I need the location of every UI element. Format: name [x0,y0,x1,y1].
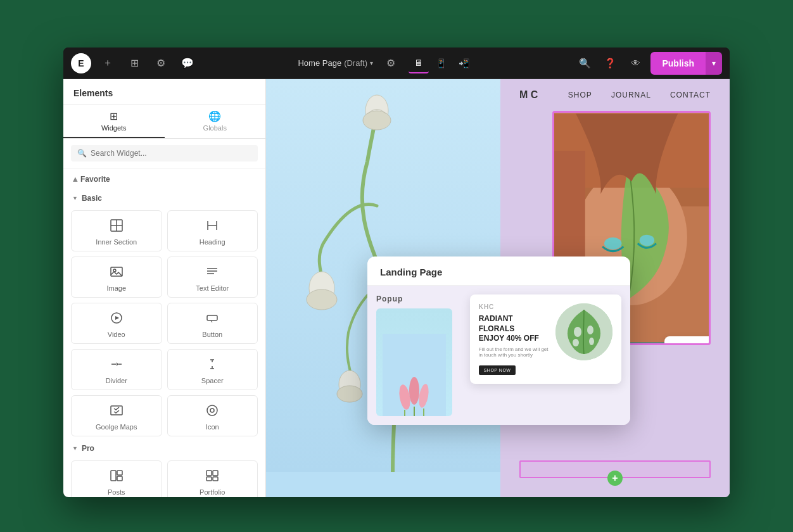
icon-widget-icon [205,403,219,419]
publish-button[interactable]: Publish [650,52,706,75]
popup-card: Popup [367,286,461,425]
section-basic[interactable]: ▼ Basic [63,187,265,206]
search-input[interactable] [91,149,251,158]
sliders-icon: ⚙ [156,57,165,69]
popup-card-title: Popup [376,294,452,303]
widget-text-editor[interactable]: Text Editor [167,256,258,298]
publish-dropdown-btn[interactable]: ▾ [706,52,722,75]
button-icon [205,311,219,327]
nav-contact[interactable]: CONTACT [670,91,711,99]
tablet-device-btn[interactable]: 📱 [431,53,452,73]
pro-widget-grid: Posts Portfolio [63,457,265,497]
widget-inner-section[interactable]: Inner Section [71,210,162,251]
svg-point-46 [409,377,419,405]
button-label: Button [202,331,222,338]
basic-label: Basic [82,194,102,203]
portfolio-label: Portfolio [200,488,225,496]
svg-rect-22 [117,471,122,475]
outer-background: E ＋ ⊞ ⚙ 💬 Home Page (Draft) ▾ [0,0,793,532]
section-pro[interactable]: ▼ Pro [63,440,265,457]
image-tooltip-icon [683,343,696,345]
shop-now-button[interactable]: SHOP NOW [479,365,516,375]
svg-point-19 [207,405,217,415]
svg-point-53 [587,326,593,334]
promo-title: RADIANT FLORALSENJOY 40% OFF [479,314,549,344]
mobile-device-btn[interactable]: 📲 [454,53,474,73]
section-favorite[interactable]: ▶ Favorite [63,168,265,187]
pro-arrow-icon: ▼ [72,445,78,452]
top-bar: E ＋ ⊞ ⚙ 💬 Home Page (Draft) ▾ [63,48,730,79]
divider-icon [110,357,124,373]
svg-rect-18 [111,406,122,415]
layers-icon: ⊞ [130,57,139,69]
svg-point-40 [604,238,621,250]
posts-label: Posts [108,488,125,496]
layers-icon-btn[interactable]: ⊞ [124,53,144,73]
sidebar-tabs: ⊞ Widgets 🌐 Globals [63,105,265,139]
add-icon: ＋ [103,56,113,70]
widget-divider[interactable]: Divider [71,349,162,390]
svg-rect-10 [207,315,217,320]
favorite-label: Favorite [80,175,110,184]
sidebar-search-area: 🔍 [63,139,265,168]
inner-section-icon [110,218,124,234]
svg-marker-12 [117,362,118,366]
chat-btn[interactable]: 💬 [177,53,198,73]
widget-spacer[interactable]: Spacer [167,349,258,390]
svg-point-41 [640,235,654,246]
settings-panel-btn[interactable]: ⚙ [151,53,171,73]
svg-point-32 [307,289,337,310]
tab-globals[interactable]: 🌐 Globals [165,105,266,138]
google-maps-icon [110,403,124,419]
add-element-btn[interactable]: + [607,471,623,486]
chat-icon: 💬 [181,57,194,69]
widget-google-maps[interactable]: Goolge Maps [71,395,162,436]
tablet-icon: 📱 [436,58,447,68]
widgets-tab-label: Widgets [101,124,127,132]
svg-rect-21 [111,471,116,481]
svg-point-30 [363,111,391,130]
editor-window: E ＋ ⊞ ⚙ 💬 Home Page (Draft) ▾ [63,48,730,497]
spacer-icon [205,357,219,373]
tab-widgets[interactable]: ⊞ Widgets [63,105,165,138]
preview-nav: M C SHOP JOURNAL CONTACT [500,79,730,111]
widget-posts[interactable]: Posts [71,460,162,497]
heading-icon [205,218,219,234]
preview-btn[interactable]: 👁 [625,53,645,73]
elementor-logo[interactable]: E [71,53,91,73]
widget-video[interactable]: Video [71,303,162,344]
search-btn[interactable]: 🔍 [574,53,595,73]
widget-image[interactable]: Image [71,256,162,298]
nav-journal[interactable]: JOURNAL [611,91,651,99]
svg-rect-24 [206,471,212,476]
svg-point-54 [573,339,579,346]
page-name: Home Page [298,58,341,68]
nav-shop[interactable]: SHOP [568,91,592,99]
posts-icon [110,469,124,484]
add-button[interactable]: ＋ [98,53,118,73]
mobile-icon: 📲 [459,58,469,68]
device-switcher: 🖥 📱 📲 [409,53,474,73]
divider-label: Divider [106,377,127,384]
desktop-device-btn[interactable]: 🖥 [409,53,429,73]
svg-point-55 [589,338,594,345]
widget-button[interactable]: Button [167,303,258,344]
svg-point-34 [337,386,362,402]
widget-icon[interactable]: Icon [167,395,258,436]
svg-point-52 [574,327,581,337]
globals-tab-icon: 🌐 [208,110,221,122]
text-editor-icon [205,265,219,281]
basic-widget-grid: Inner Section Heading [63,206,265,440]
help-btn[interactable]: ❓ [600,53,620,73]
selected-element-bar[interactable]: + [519,460,711,478]
promo-inner-popup: KHC RADIANT FLORALSENJOY 40% OFF Fill ou… [470,294,621,384]
main-area: Elements ⊞ Widgets 🌐 Globals 🔍 [63,79,730,497]
page-title[interactable]: Home Page (Draft) ▾ [298,58,373,68]
video-icon [110,311,124,327]
widget-portfolio[interactable]: Portfolio [167,460,258,497]
page-settings-btn[interactable]: ⚙ [381,53,401,73]
search-icon: 🔍 [77,149,87,158]
widget-heading[interactable]: Heading [167,210,258,251]
landing-page-popup-content: Popup [367,286,630,425]
text-editor-label: Text Editor [196,284,229,292]
